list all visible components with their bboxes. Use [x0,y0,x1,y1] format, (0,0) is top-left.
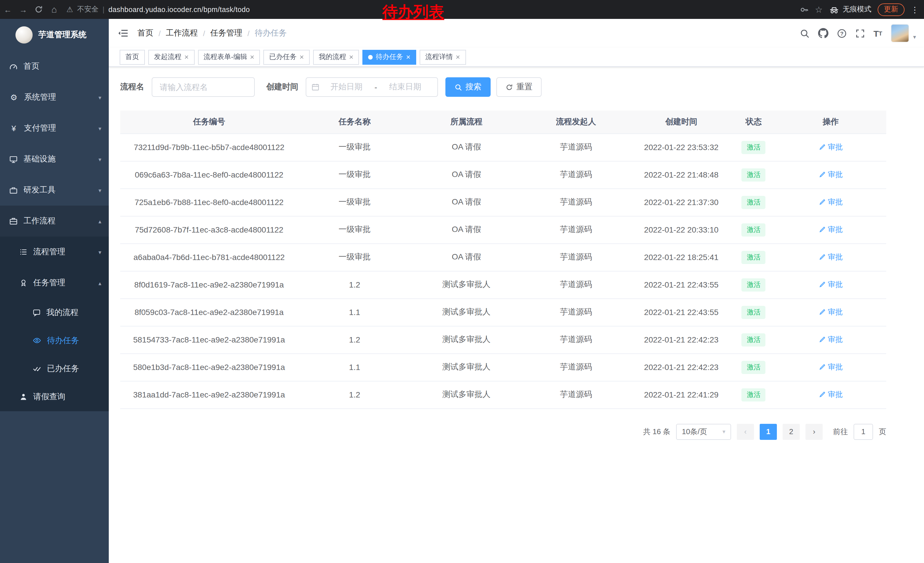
tab-form-edit[interactable]: 流程表单-编辑× [198,50,260,65]
sidebar-item-devtools[interactable]: 研发工具 ▾ [0,175,109,206]
approve-link[interactable]: 审批 [819,252,843,262]
chevron-down-icon: ▾ [723,428,725,435]
sidebar-item-leave-query[interactable]: 请假查询 [0,383,109,411]
sidebar-item-home[interactable]: 首页 [0,51,109,82]
url-text[interactable]: dashboard.yudao.iocoder.cn/bpm/task/todo [108,6,250,14]
status-badge: 激活 [742,278,766,291]
start-date-placeholder[interactable]: 开始日期 [320,82,373,92]
app-logo[interactable]: 芋道管理系统 [0,19,109,51]
sidebar-collapse-icon[interactable] [109,29,137,38]
user-avatar[interactable] [891,24,909,42]
status-badge: 激活 [742,333,766,346]
tab-close-icon[interactable]: × [349,53,354,61]
home-icon[interactable]: ⌂ [46,4,62,15]
page-size-select[interactable]: 10条/页 ▾ [676,423,731,440]
sidebar-item-process-mgmt[interactable]: 流程管理 ▾ [0,237,109,267]
edit-icon [819,281,825,288]
breadcrumb-task-mgmt[interactable]: 任务管理 [210,28,243,38]
tab-start-process[interactable]: 发起流程× [148,50,194,65]
goto-page-input[interactable] [854,423,873,440]
kebab-menu-icon[interactable]: ⋮ [911,5,919,14]
next-page-button[interactable]: › [806,423,823,440]
table-row: a6aba0a4-7b6d-11ec-b781-acde48001122一级审批… [120,243,886,271]
approve-link[interactable]: 审批 [819,197,843,207]
sidebar-item-task-mgmt[interactable]: 任务管理 ▴ [0,267,109,299]
process-name-input[interactable] [152,77,255,97]
workflow-icon [9,217,18,225]
chrome-update-button[interactable]: 更新 [878,3,904,16]
table-row: 8f059c03-7ac8-11ec-a9e2-a2380e71991a1.1测… [120,299,886,326]
navbar: 首页 / 工作流程 / 任务管理 / 待办任务 ? [109,19,924,48]
table-row: 069c6a63-7b8a-11ec-8ef0-acde48001122一级审批… [120,161,886,188]
table-row: 73211d9d-7b9b-11ec-b5b7-acde48001122一级审批… [120,134,886,161]
tab-process-detail[interactable]: 流程详情× [420,50,466,65]
forward-icon[interactable]: → [15,5,31,14]
approve-link[interactable]: 审批 [819,389,843,400]
tab-done-tasks[interactable]: 已办任务× [263,50,309,65]
col-initiator: 流程发起人 [522,111,630,134]
security-label[interactable]: 不安全 [77,5,99,14]
fullscreen-icon[interactable] [855,29,865,38]
chevron-down-icon: ▾ [99,125,101,131]
yen-icon: ¥ [9,124,18,133]
col-created: 创建时间 [630,111,732,134]
key-icon[interactable] [800,5,808,14]
sidebar-item-todo-tasks[interactable]: 待办任务 [0,326,109,354]
sidebar-item-infra[interactable]: 基础设施 ▾ [0,144,109,175]
sidebar-item-workflow[interactable]: 工作流程 ▴ [0,206,109,237]
font-size-icon[interactable]: TT [873,29,882,38]
prev-page-button[interactable]: ‹ [737,423,754,440]
date-range-picker[interactable]: 开始日期 - 结束日期 [306,77,438,97]
page-button-2[interactable]: 2 [783,423,800,440]
sidebar-item-system[interactable]: ⚙ 系统管理 ▾ [0,82,109,113]
address-bar[interactable]: ⚠ 不安全 | dashboard.yudao.iocoder.cn/bpm/t… [66,5,250,14]
tab-my-process[interactable]: 我的流程× [313,50,359,65]
pagination-total: 共 16 条 [643,426,670,437]
approve-link[interactable]: 审批 [819,362,843,372]
reload-icon[interactable] [31,5,46,14]
status-badge: 激活 [742,223,766,236]
tab-home[interactable]: 首页 [120,50,145,65]
table-row: 381aa1dd-7ac8-11ec-a9e2-a2380e71991a1.2测… [120,381,886,408]
end-date-placeholder[interactable]: 结束日期 [378,82,432,92]
breadcrumb-workflow[interactable]: 工作流程 [166,28,198,38]
back-icon[interactable]: ← [0,5,15,14]
breadcrumb-separator: / [248,29,250,38]
approve-link[interactable]: 审批 [819,307,843,317]
svg-text:?: ? [840,30,844,36]
create-time-label: 创建时间 [266,82,298,92]
sidebar-item-my-process[interactable]: 我的流程 [0,299,109,326]
avatar-caret-icon[interactable]: ▾ [913,34,916,40]
bookmark-star-icon[interactable]: ☆ [815,4,823,15]
chevron-up-icon: ▴ [99,218,101,224]
sidebar-item-done-tasks[interactable]: 已办任务 [0,354,109,383]
calendar-icon [311,83,320,91]
github-icon[interactable] [818,28,828,38]
tab-close-icon[interactable]: × [184,53,189,61]
col-process: 所属流程 [411,111,522,134]
breadcrumb-home[interactable]: 首页 [137,28,153,38]
approve-link[interactable]: 审批 [819,335,843,345]
reset-button[interactable]: 重置 [496,77,542,97]
tab-close-icon[interactable]: × [250,53,254,61]
tab-close-icon[interactable]: × [406,53,411,61]
tab-close-icon[interactable]: × [456,53,460,61]
edit-icon [819,226,825,233]
help-icon[interactable]: ? [837,29,846,38]
search-button[interactable]: 搜索 [446,77,490,97]
chevron-down-icon: ▾ [99,156,101,162]
approve-link[interactable]: 审批 [819,225,843,235]
table-row: 8f0d1619-7ac8-11ec-a9e2-a2380e71991a1.2测… [120,271,886,299]
col-task-id: 任务编号 [120,111,298,134]
approve-link[interactable]: 审批 [819,279,843,290]
chevron-up-icon: ▴ [99,280,101,286]
toolbox-icon [9,186,18,194]
status-badge: 激活 [742,195,766,209]
tab-todo-tasks[interactable]: 待办任务× [363,50,416,65]
tab-close-icon[interactable]: × [299,53,304,61]
search-icon[interactable] [800,29,809,38]
approve-link[interactable]: 审批 [819,142,843,152]
page-button-1[interactable]: 1 [760,423,777,440]
approve-link[interactable]: 审批 [819,170,843,180]
sidebar-item-payment[interactable]: ¥ 支付管理 ▾ [0,113,109,144]
